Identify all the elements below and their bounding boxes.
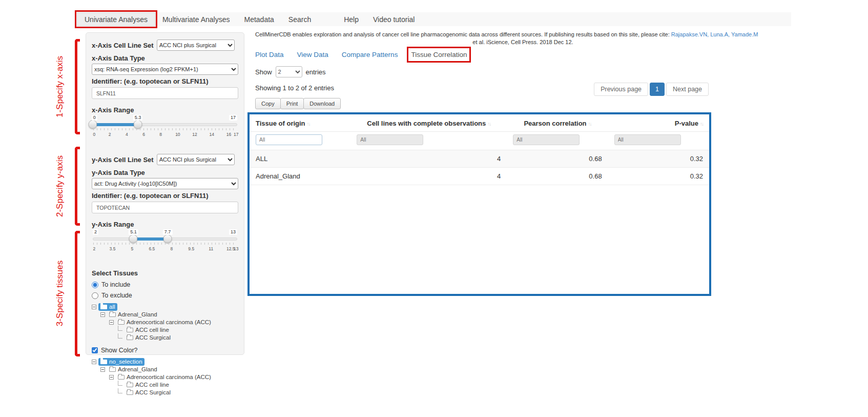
tab-plot-data[interactable]: Plot Data [255, 51, 284, 58]
filter-input-cell-lines-with-complete-observations[interactable] [357, 134, 423, 145]
show-color-row[interactable]: Show Color? [92, 347, 238, 354]
tree-node-chip[interactable]: Adrenal_Gland [107, 366, 159, 373]
x-cell-line-set-select[interactable]: ACC NCI plus Surgical [157, 39, 235, 51]
tree-node-adrenal-gland[interactable]: Adrenal_Gland [92, 366, 238, 373]
filter-input-p-value[interactable] [614, 134, 681, 145]
tree-collapse-icon[interactable] [109, 375, 114, 380]
tree-collapse-icon[interactable] [92, 360, 96, 364]
tab-compare-patterns[interactable]: Compare Patterns [342, 51, 398, 58]
table-row-adrenal-gland[interactable]: Adrenal_Gland40.680.32 [250, 168, 709, 185]
top-nav: Univariate AnalysesMultivariate Analyses… [77, 12, 791, 26]
tree-node-label: Adrenal_Gland [118, 311, 157, 317]
slider-handle-from[interactable] [129, 234, 138, 243]
nav-item-metadata[interactable]: Metadata [237, 12, 281, 26]
tree-node-adrenocortical-carcinoma-acc[interactable]: Adrenocortical carcinoma (ACC) [92, 319, 238, 326]
column-header-pearson-correlation[interactable]: Pearson correlation↑↓ [507, 114, 608, 132]
tree-node-adrenocortical-carcinoma-acc[interactable]: Adrenocortical carcinoma (ACC) [92, 373, 238, 381]
slider-tick-label: 12 [192, 132, 197, 137]
citation-journal-link[interactable]: et al. iScience, Cell Press. 2018 Dec 12… [472, 39, 573, 45]
tree-node-no-selection[interactable]: no_selection [92, 358, 238, 366]
tree-node-chip[interactable]: ACC Surgical [125, 389, 173, 396]
download-button[interactable]: Download [303, 98, 341, 109]
show-color-label: Show Color? [101, 347, 138, 354]
tree-collapse-icon[interactable] [100, 312, 105, 317]
folder-icon [100, 360, 107, 364]
column-header-p-value[interactable]: P-value↑↓ [608, 114, 709, 132]
main-content: CellMinerCDB enables exploration and ana… [255, 31, 791, 296]
slider-handle-from[interactable] [89, 120, 97, 129]
exclude-radio[interactable] [92, 292, 98, 299]
nav-item-multivariate-analyses[interactable]: Multivariate Analyses [155, 12, 237, 26]
y-identifier-input[interactable] [92, 202, 238, 213]
tree-node-acc-cell-line[interactable]: ACC cell line [92, 326, 238, 334]
sort-icon[interactable]: ↑↓ [588, 121, 591, 127]
folder-icon [100, 305, 107, 309]
nav-item-search[interactable]: Search [281, 12, 318, 26]
slider-handle-to[interactable] [133, 120, 142, 129]
copy-button[interactable]: Copy [255, 98, 281, 109]
tree-node-chip[interactable]: no_selection [98, 358, 144, 366]
tree-collapse-icon[interactable] [109, 320, 114, 325]
sort-icon[interactable]: ↑↓ [487, 121, 490, 127]
column-header-tissue-of-origin[interactable]: Tissue of origin↑↓ [250, 114, 350, 132]
tree-node-chip[interactable]: Adrenocortical carcinoma (ACC) [116, 319, 213, 326]
slider-tick-label: 2 [93, 246, 95, 251]
tab-tissue-correlation[interactable]: Tissue Correlation [411, 51, 467, 58]
tissue-color-tree: no_selectionAdrenal_GlandAdrenocortical … [92, 358, 238, 396]
folder-icon [127, 335, 133, 340]
show-color-checkbox[interactable] [92, 347, 98, 353]
table-row-all[interactable]: ALL40.680.32 [250, 150, 709, 168]
tree-node-chip[interactable]: Adrenocortical carcinoma (ACC) [116, 373, 213, 381]
cell-value: 0.68 [507, 168, 608, 185]
y-cell-line-set-select[interactable]: ACC NCI plus Surgical [157, 154, 235, 165]
nav-item-help[interactable]: Help [337, 12, 366, 26]
filter-input-pearson-correlation[interactable] [513, 134, 580, 145]
page: Univariate AnalysesMultivariate Analyses… [0, 0, 868, 417]
x-identifier-input[interactable] [92, 87, 238, 99]
nav-item-univariate-analyses[interactable]: Univariate Analyses [77, 12, 155, 26]
citation-authors-link[interactable]: Rajapakse.VN, Luna.A, Yamade.M [671, 31, 758, 37]
tab-view-data[interactable]: View Data [297, 51, 328, 58]
folder-icon [109, 367, 116, 372]
tree-node-chip[interactable]: ACC Surgical [125, 334, 173, 342]
tree-node-chip[interactable]: Adrenal_Gland [107, 311, 159, 319]
tree-collapse-icon[interactable] [92, 305, 96, 309]
page-number-button[interactable]: 1 [650, 83, 665, 96]
include-radio[interactable] [92, 282, 98, 288]
sort-icon[interactable]: ↑↓ [307, 121, 310, 127]
tree-node-acc-surgical[interactable]: ACC Surgical [92, 334, 238, 342]
column-header-cell-lines-with-complete-observations[interactable]: Cell lines with complete observations↑↓ [350, 114, 507, 132]
radio-row-exclude[interactable]: To exclude [92, 292, 238, 299]
nav-item-video-tutorial[interactable]: Video tutorial [366, 12, 422, 26]
tree-node-chip[interactable]: ACC cell line [125, 326, 171, 334]
y-identifier-label: Identifier: (e.g. topotecan or SLFN11) [92, 192, 238, 200]
sort-icon[interactable]: ↑↓ [700, 121, 703, 127]
slider-max-label: 13 [229, 229, 237, 235]
x-data-type-select[interactable]: xsq: RNA-seq Expression (log2 FPKM+1) [92, 64, 238, 75]
results-table-container: Tissue of origin↑↓Cell lines with comple… [247, 112, 711, 296]
x-range-slider[interactable]: 1705.3024681012141617 [93, 115, 237, 142]
y-range-slider[interactable]: 2135.17.723.556.589.51112.513 [93, 229, 237, 256]
tissue-select-tree: allAdrenal_GlandAdrenocortical carcinoma… [92, 303, 238, 342]
tree-collapse-icon[interactable] [100, 367, 105, 372]
folder-icon [118, 375, 125, 380]
intro-text: CellMinerCDB enables exploration and ana… [255, 31, 791, 38]
previous-page-button[interactable]: Previous page [594, 83, 648, 96]
next-page-button[interactable]: Next page [666, 83, 709, 96]
entries-count-select[interactable]: 2 [276, 66, 302, 77]
pagination: Previous page 1 Next page [594, 83, 709, 96]
tree-node-all[interactable]: all [92, 303, 238, 311]
print-button[interactable]: Print [280, 98, 304, 109]
radio-row-include[interactable]: To include [92, 281, 238, 288]
tree-node-acc-cell-line[interactable]: ACC cell line [92, 381, 238, 389]
slider-handle-to[interactable] [163, 234, 172, 243]
folder-icon [118, 320, 125, 325]
tree-node-acc-surgical[interactable]: ACC Surgical [92, 389, 238, 396]
y-data-type-select[interactable]: act: Drug Activity (-log10[IC50M]) [92, 178, 238, 189]
tree-node-adrenal-gland[interactable]: Adrenal_Gland [92, 311, 238, 319]
folder-icon [127, 383, 133, 387]
tree-node-chip[interactable]: all [98, 303, 117, 311]
filter-input-tissue-of-origin[interactable] [256, 134, 322, 145]
show-entries-row: Show 2 entries [255, 66, 791, 77]
tree-node-chip[interactable]: ACC cell line [125, 381, 171, 389]
